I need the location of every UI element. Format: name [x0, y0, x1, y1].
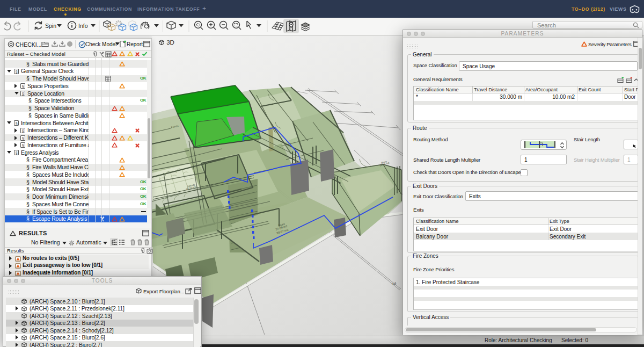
svg-text:Info: Info [78, 23, 88, 29]
svg-text:Spin: Spin [45, 23, 56, 29]
